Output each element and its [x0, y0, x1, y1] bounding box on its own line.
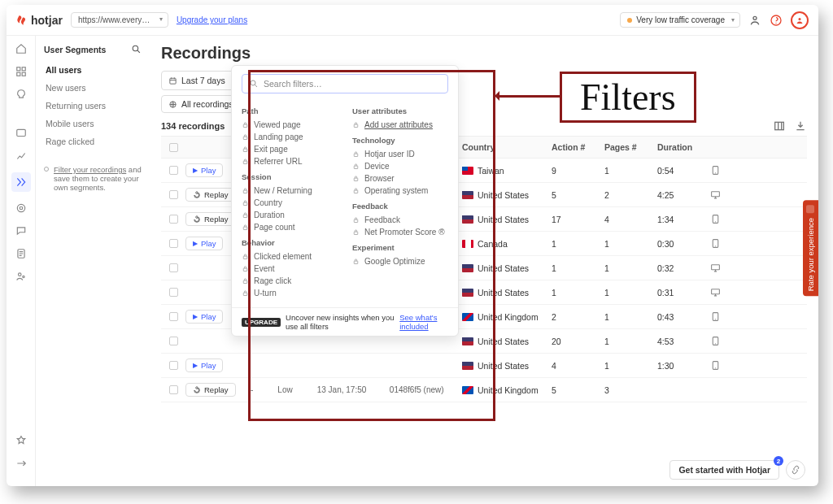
nav-dashboard-icon[interactable]	[15, 65, 28, 78]
filter-item[interactable]: Country	[242, 197, 338, 209]
svg-point-30	[715, 343, 716, 344]
filter-item[interactable]: Page count	[242, 221, 338, 233]
row-duration: 1:30	[657, 361, 710, 371]
nav-heatmaps-icon[interactable]	[15, 127, 28, 140]
filter-item[interactable]: Operating system	[352, 185, 448, 197]
download-icon[interactable]	[794, 119, 807, 133]
filter-footer-link[interactable]: See what's included	[399, 313, 448, 331]
table-row[interactable]: ▶PlayUnited States411:30	[161, 354, 807, 378]
flag-icon	[462, 191, 473, 199]
col-country[interactable]: Country	[462, 142, 552, 152]
upgrade-link[interactable]: Upgrade your plans	[177, 15, 247, 24]
svg-point-22	[715, 221, 716, 222]
svg-rect-45	[243, 293, 247, 295]
user-icon[interactable]	[748, 14, 761, 27]
nav-integrations-icon[interactable]	[15, 434, 28, 447]
search-icon[interactable]	[131, 44, 142, 54]
nav-home-icon[interactable]	[15, 42, 28, 55]
segment-all-users[interactable]: All users	[44, 61, 142, 79]
col-pages[interactable]: Pages #	[604, 142, 657, 152]
select-all-checkbox[interactable]	[169, 143, 178, 152]
filter-item[interactable]: Rage click	[242, 275, 338, 287]
row-checkbox[interactable]	[169, 215, 178, 224]
nav-surveys-icon[interactable]	[15, 247, 28, 260]
play-button[interactable]: ▶Play	[185, 237, 223, 250]
nav-recordings-icon[interactable]	[11, 172, 31, 192]
nav-engage-icon[interactable]	[15, 270, 28, 283]
traffic-coverage[interactable]: Very low traffic coverage	[620, 12, 740, 28]
get-started-button[interactable]: Get started with Hotjar 2	[669, 460, 779, 480]
filter-item[interactable]: Landing page	[242, 131, 338, 143]
svg-point-10	[20, 206, 23, 210]
row-device-icon	[710, 360, 728, 371]
svg-rect-43	[243, 268, 247, 271]
segments-hint-link[interactable]: Filter your recordings	[54, 165, 126, 174]
filter-item[interactable]: Net Promoter Score ®	[352, 226, 448, 238]
table-row[interactable]: Replay-Low13 Jan, 17:500148f6f5 (new)Uni…	[161, 378, 807, 402]
segment-mobile-users[interactable]: Mobile users	[44, 115, 142, 133]
filter-item[interactable]: Referrer URL	[242, 155, 338, 167]
replay-button[interactable]: Replay	[185, 212, 236, 226]
row-checkbox[interactable]	[169, 385, 178, 394]
play-button[interactable]: ▶Play	[185, 358, 223, 372]
filter-item[interactable]: Device	[352, 160, 448, 172]
rate-experience-tab[interactable]: Rate your experience	[803, 200, 818, 296]
filter-add-attributes[interactable]: Add user attributes	[352, 119, 448, 131]
filter-item[interactable]: Browser	[352, 172, 448, 185]
filter-item[interactable]: Exit page	[242, 143, 338, 155]
filter-item[interactable]: Viewed page	[242, 119, 338, 131]
filter-item[interactable]: Google Optimize	[352, 255, 448, 267]
row-country: United States	[478, 337, 529, 346]
site-select[interactable]: https://www.everydaindu…	[71, 12, 168, 28]
filter-item[interactable]: New / Returning	[242, 185, 338, 197]
row-checkbox[interactable]	[169, 337, 178, 345]
nav-collapse-icon[interactable]	[15, 457, 28, 470]
col-action[interactable]: Action #	[552, 142, 604, 152]
filter-item[interactable]: U-turn	[242, 287, 338, 299]
replay-button[interactable]: Replay	[185, 383, 236, 397]
nav-funnels-icon[interactable]	[15, 202, 28, 215]
filter-footer-text: Uncover new insights when you use all fi…	[286, 313, 395, 331]
filter-item[interactable]: Feedback	[352, 214, 448, 226]
row-checkbox[interactable]	[169, 190, 178, 199]
filter-item[interactable]: Hotjar user ID	[352, 148, 448, 160]
svg-point-12	[18, 273, 21, 276]
row-checkbox[interactable]	[169, 263, 178, 272]
nav-feedback-icon[interactable]	[15, 224, 28, 237]
row-checkbox[interactable]	[169, 312, 178, 321]
svg-point-9	[17, 204, 24, 211]
filter-item[interactable]: Duration	[242, 209, 338, 221]
svg-point-2	[775, 22, 776, 23]
avatar[interactable]	[791, 11, 809, 29]
play-button[interactable]: ▶Play	[185, 163, 223, 177]
filter-item[interactable]: Event	[242, 263, 338, 275]
segment-rage-clicked[interactable]: Rage clicked	[44, 133, 142, 150]
row-duration: 0:32	[657, 263, 710, 273]
replay-button[interactable]: Replay	[185, 188, 236, 202]
page-title: Recordings	[161, 44, 807, 63]
nav-highlights-icon[interactable]	[15, 88, 28, 101]
segment-new-users[interactable]: New users	[44, 79, 142, 97]
svg-rect-46	[354, 124, 358, 127]
replay-icon	[193, 191, 201, 199]
columns-icon[interactable]	[773, 119, 786, 133]
date-filter[interactable]: Last 7 days	[161, 71, 241, 90]
svg-rect-53	[354, 261, 358, 263]
play-button[interactable]: ▶Play	[185, 310, 223, 324]
col-duration[interactable]: Duration	[657, 142, 710, 152]
row-country: United States	[478, 190, 529, 200]
row-checkbox[interactable]	[169, 239, 178, 248]
row-checkbox[interactable]	[169, 361, 178, 370]
date-filter-label: Last 7 days	[181, 76, 225, 85]
svg-rect-8	[16, 129, 25, 136]
flag-icon	[462, 289, 473, 297]
filter-search[interactable]: Search filters…	[242, 74, 448, 93]
segment-returning-users[interactable]: Returning users	[44, 97, 142, 115]
share-icon[interactable]	[786, 460, 805, 480]
nav-trends-icon[interactable]	[15, 150, 28, 163]
filter-item[interactable]: Clicked element	[242, 250, 338, 263]
row-checkbox[interactable]	[169, 166, 178, 175]
row-checkbox[interactable]	[169, 288, 178, 297]
help-icon[interactable]	[770, 14, 783, 27]
flag-icon	[462, 337, 473, 345]
